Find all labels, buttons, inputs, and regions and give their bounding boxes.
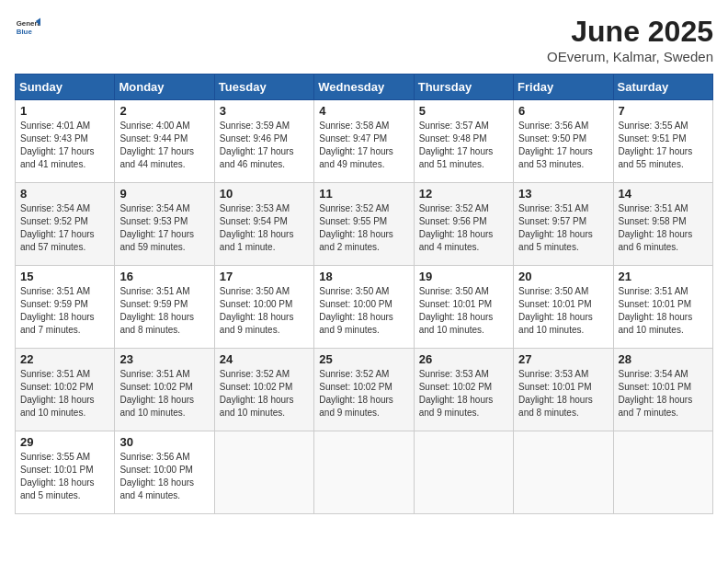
calendar-row: 15Sunrise: 3:51 AM Sunset: 9:59 PM Dayli… xyxy=(16,266,713,349)
day-cell: 23Sunrise: 3:51 AM Sunset: 10:02 PM Dayl… xyxy=(115,349,214,431)
empty-cell xyxy=(214,431,313,514)
day-cell: 27Sunrise: 3:53 AM Sunset: 10:01 PM Dayl… xyxy=(514,349,613,431)
day-info: Sunrise: 3:51 AM Sunset: 9:59 PM Dayligh… xyxy=(20,285,109,337)
empty-cell xyxy=(613,431,712,514)
day-info: Sunrise: 3:51 AM Sunset: 10:02 PM Daylig… xyxy=(20,368,109,419)
day-info: Sunrise: 3:52 AM Sunset: 10:02 PM Daylig… xyxy=(319,368,408,419)
day-cell: 14Sunrise: 3:51 AM Sunset: 9:58 PM Dayli… xyxy=(613,183,712,266)
empty-cell xyxy=(414,431,513,514)
day-cell: 17Sunrise: 3:50 AM Sunset: 10:00 PM Dayl… xyxy=(214,266,313,349)
calendar-row: 1Sunrise: 4:01 AM Sunset: 9:43 PM Daylig… xyxy=(16,100,713,183)
day-number: 22 xyxy=(20,352,109,366)
day-cell: 10Sunrise: 3:53 AM Sunset: 9:54 PM Dayli… xyxy=(214,183,313,266)
day-number: 10 xyxy=(220,187,309,201)
day-number: 30 xyxy=(119,435,209,449)
day-number: 18 xyxy=(319,270,408,283)
day-info: Sunrise: 3:54 AM Sunset: 9:53 PM Dayligh… xyxy=(119,202,209,254)
page-header: General Blue June 2025 OEverum, Kalmar, … xyxy=(15,15,713,64)
day-cell: 12Sunrise: 3:52 AM Sunset: 9:56 PM Dayli… xyxy=(414,183,513,266)
day-info: Sunrise: 3:50 AM Sunset: 10:00 PM Daylig… xyxy=(319,285,408,337)
day-number: 13 xyxy=(518,187,608,201)
day-number: 25 xyxy=(319,352,408,366)
col-sunday: Sunday xyxy=(16,75,115,100)
day-info: Sunrise: 3:54 AM Sunset: 9:52 PM Dayligh… xyxy=(20,202,109,254)
day-cell: 11Sunrise: 3:52 AM Sunset: 9:55 PM Dayli… xyxy=(314,183,414,266)
day-number: 9 xyxy=(119,187,209,201)
day-number: 28 xyxy=(619,352,708,366)
day-info: Sunrise: 3:50 AM Sunset: 10:01 PM Daylig… xyxy=(518,285,608,337)
calendar-body: 1Sunrise: 4:01 AM Sunset: 9:43 PM Daylig… xyxy=(16,100,713,514)
day-info: Sunrise: 3:51 AM Sunset: 10:02 PM Daylig… xyxy=(119,368,209,419)
subtitle: OEverum, Kalmar, Sweden xyxy=(547,49,713,64)
day-info: Sunrise: 3:55 AM Sunset: 10:01 PM Daylig… xyxy=(20,451,109,502)
day-info: Sunrise: 4:01 AM Sunset: 9:43 PM Dayligh… xyxy=(20,120,109,171)
day-info: Sunrise: 3:53 AM Sunset: 10:02 PM Daylig… xyxy=(419,368,508,419)
col-friday: Friday xyxy=(514,75,613,100)
day-cell: 22Sunrise: 3:51 AM Sunset: 10:02 PM Dayl… xyxy=(16,349,115,431)
day-info: Sunrise: 3:59 AM Sunset: 9:46 PM Dayligh… xyxy=(220,120,309,171)
day-info: Sunrise: 3:52 AM Sunset: 9:55 PM Dayligh… xyxy=(319,202,408,254)
day-number: 1 xyxy=(20,104,109,118)
svg-text:Blue: Blue xyxy=(17,28,33,36)
day-cell: 9Sunrise: 3:54 AM Sunset: 9:53 PM Daylig… xyxy=(115,183,214,266)
day-info: Sunrise: 3:51 AM Sunset: 9:59 PM Dayligh… xyxy=(119,285,209,337)
day-info: Sunrise: 3:51 AM Sunset: 9:57 PM Dayligh… xyxy=(518,202,608,254)
day-number: 3 xyxy=(220,104,309,118)
calendar-row: 8Sunrise: 3:54 AM Sunset: 9:52 PM Daylig… xyxy=(16,183,713,266)
day-cell: 16Sunrise: 3:51 AM Sunset: 9:59 PM Dayli… xyxy=(115,266,214,349)
day-cell: 25Sunrise: 3:52 AM Sunset: 10:02 PM Dayl… xyxy=(314,349,414,431)
calendar-header-row: Sunday Monday Tuesday Wednesday Thursday… xyxy=(16,75,713,100)
day-number: 7 xyxy=(619,104,708,118)
day-number: 5 xyxy=(419,104,508,118)
day-info: Sunrise: 3:52 AM Sunset: 10:02 PM Daylig… xyxy=(220,368,309,419)
day-number: 21 xyxy=(619,270,708,283)
day-number: 24 xyxy=(220,352,309,366)
logo: General Blue xyxy=(15,15,40,40)
day-number: 29 xyxy=(20,435,109,449)
col-tuesday: Tuesday xyxy=(214,75,313,100)
day-number: 23 xyxy=(119,352,209,366)
day-cell: 2Sunrise: 4:00 AM Sunset: 9:44 PM Daylig… xyxy=(115,100,214,183)
day-info: Sunrise: 3:53 AM Sunset: 9:54 PM Dayligh… xyxy=(220,202,309,254)
day-cell: 3Sunrise: 3:59 AM Sunset: 9:46 PM Daylig… xyxy=(214,100,313,183)
day-number: 11 xyxy=(319,187,408,201)
col-monday: Monday xyxy=(115,75,214,100)
day-cell: 26Sunrise: 3:53 AM Sunset: 10:02 PM Dayl… xyxy=(414,349,513,431)
day-cell: 30Sunrise: 3:56 AM Sunset: 10:00 PM Dayl… xyxy=(115,431,214,514)
day-info: Sunrise: 3:57 AM Sunset: 9:48 PM Dayligh… xyxy=(419,120,508,171)
main-title: June 2025 xyxy=(547,15,713,49)
day-info: Sunrise: 3:51 AM Sunset: 10:01 PM Daylig… xyxy=(619,285,708,337)
day-cell: 8Sunrise: 3:54 AM Sunset: 9:52 PM Daylig… xyxy=(16,183,115,266)
day-number: 8 xyxy=(20,187,109,201)
title-block: June 2025 OEverum, Kalmar, Sweden xyxy=(547,15,713,64)
day-number: 20 xyxy=(518,270,608,283)
col-thursday: Thursday xyxy=(414,75,513,100)
day-cell: 20Sunrise: 3:50 AM Sunset: 10:01 PM Dayl… xyxy=(514,266,613,349)
day-number: 16 xyxy=(119,270,209,283)
day-cell: 28Sunrise: 3:54 AM Sunset: 10:01 PM Dayl… xyxy=(613,349,712,431)
day-number: 17 xyxy=(220,270,309,283)
day-cell: 7Sunrise: 3:55 AM Sunset: 9:51 PM Daylig… xyxy=(613,100,712,183)
day-number: 6 xyxy=(518,104,608,118)
day-cell: 6Sunrise: 3:56 AM Sunset: 9:50 PM Daylig… xyxy=(514,100,613,183)
day-cell: 18Sunrise: 3:50 AM Sunset: 10:00 PM Dayl… xyxy=(314,266,414,349)
day-number: 14 xyxy=(619,187,708,201)
day-info: Sunrise: 3:52 AM Sunset: 9:56 PM Dayligh… xyxy=(419,202,508,254)
day-cell: 5Sunrise: 3:57 AM Sunset: 9:48 PM Daylig… xyxy=(414,100,513,183)
day-info: Sunrise: 3:50 AM Sunset: 10:01 PM Daylig… xyxy=(419,285,508,337)
calendar-table: Sunday Monday Tuesday Wednesday Thursday… xyxy=(15,74,713,514)
day-info: Sunrise: 3:55 AM Sunset: 9:51 PM Dayligh… xyxy=(619,120,708,171)
day-number: 19 xyxy=(419,270,508,283)
day-number: 15 xyxy=(20,270,109,283)
day-cell: 4Sunrise: 3:58 AM Sunset: 9:47 PM Daylig… xyxy=(314,100,414,183)
day-info: Sunrise: 3:51 AM Sunset: 9:58 PM Dayligh… xyxy=(619,202,708,254)
day-info: Sunrise: 3:53 AM Sunset: 10:01 PM Daylig… xyxy=(518,368,608,419)
day-number: 2 xyxy=(119,104,209,118)
day-cell: 13Sunrise: 3:51 AM Sunset: 9:57 PM Dayli… xyxy=(514,183,613,266)
day-number: 26 xyxy=(419,352,508,366)
day-info: Sunrise: 3:50 AM Sunset: 10:00 PM Daylig… xyxy=(220,285,309,337)
calendar-row: 22Sunrise: 3:51 AM Sunset: 10:02 PM Dayl… xyxy=(16,349,713,431)
day-cell: 1Sunrise: 4:01 AM Sunset: 9:43 PM Daylig… xyxy=(16,100,115,183)
day-info: Sunrise: 3:56 AM Sunset: 9:50 PM Dayligh… xyxy=(518,120,608,171)
empty-cell xyxy=(314,431,414,514)
